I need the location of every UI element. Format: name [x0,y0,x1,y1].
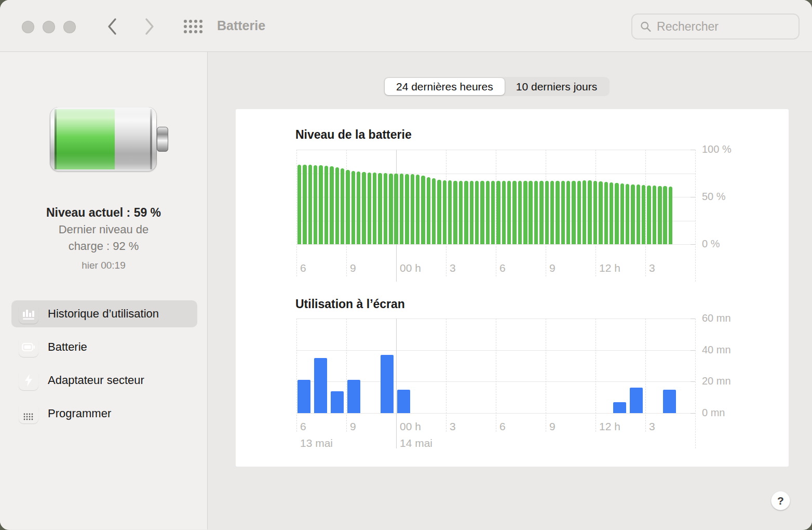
power-adapter-icon [19,370,38,390]
screen-usage-chart: 60 mn40 mn20 mn0 mn6900 h36912 h313 mai1… [296,319,695,413]
sidebar-item-label: Historique d’utilisation [48,307,159,321]
sidebar-item-label: Batterie [48,340,87,354]
x-axis-label: 6 [300,262,306,274]
app-grid-icon[interactable] [183,19,204,36]
battery-level-bar [437,180,441,244]
screen-usage-bar [663,390,676,414]
battery-level-bar [389,174,393,245]
help-button[interactable]: ? [771,491,790,510]
y-axis-label: 50 % [702,191,726,203]
x-gridline [645,319,646,432]
battery-level-bar [566,181,570,244]
screen-usage-bar [397,390,410,414]
forward-button[interactable] [140,17,159,36]
battery-level-bar [421,176,425,244]
y-axis-tick [691,197,695,197]
battery-level-bar [308,165,312,244]
screen-usage-bar [381,355,394,413]
screen-usage-bar [630,388,643,413]
sidebar-item-historique-d-utilisation[interactable]: Historique d’utilisation [11,300,197,327]
battery-level-bar [297,165,301,244]
battery-level-bar [394,174,398,244]
battery-level-bar [583,180,586,244]
battery-level-bar [539,181,543,244]
date-label: 14 mai [400,437,432,449]
battery-level-bar [411,174,414,244]
x-gridline [296,150,297,276]
y-axis-tick [691,244,695,245]
battery-level-bar [470,181,473,244]
chart-title-battery-level: Niveau de la batterie [295,128,412,142]
battery-level-chart: 100 %50 %0 %6900 h36912 h3 [296,150,695,244]
sidebar-item-batterie[interactable]: Batterie [11,334,197,361]
battery-level-bar [330,166,333,244]
battery-level-bar [351,171,355,244]
charts-card: Niveau de la batterie 100 %50 %0 %6900 h… [236,109,789,467]
battery-level-bar [593,181,597,244]
battery-level-bar [523,181,527,244]
battery-terminal [157,127,168,152]
battery-level-bar [550,181,554,244]
zoom-icon[interactable] [63,21,76,33]
battery-level-bar [491,181,495,244]
sidebar-item-programmer[interactable]: Programmer [11,400,197,427]
battery-level-bar [637,184,640,244]
battery-level-bar [534,181,538,244]
battery-level-bar [346,170,349,244]
search-field[interactable] [631,14,800,39]
x-axis-label: 9 [549,262,556,274]
tab-24-derni-res-heures[interactable]: 24 dernières heures [385,78,505,95]
close-icon[interactable] [22,21,34,33]
y-axis-label: 0 mn [702,407,725,419]
sidebar-item-adaptateur-secteur[interactable]: Adaptateur secteur [11,367,197,394]
x-gridline [546,319,546,432]
battery-level-bar [448,180,452,244]
tab-10-derniers-jours[interactable]: 10 derniers jours [505,78,608,95]
battery-status: Niveau actuel : 59 % Dernier niveau de c… [0,204,207,273]
screen-usage-bar [331,391,344,413]
battery-level-bar [384,173,387,244]
x-axis-label: 3 [649,420,655,433]
battery-level-bar [496,181,500,244]
time-range-segmented-control: 24 dernières heures10 derniers jours [384,77,610,96]
back-button[interactable] [103,17,121,36]
battery-level-bar [604,182,608,244]
search-input[interactable] [657,20,791,34]
battery-preferences-window: Batterie Niveau actuel : 59 % Dernier ni… [0,0,812,530]
y-axis-tick [691,150,695,150]
battery-level-bar [486,181,490,244]
x-axis-label: 00 h [400,262,421,274]
y-axis-tick [691,381,695,382]
battery-level-bar [405,174,409,244]
usage-history-icon [19,304,38,324]
minimize-icon[interactable] [43,21,55,33]
battery-level-bar [432,178,436,244]
x-gridline [695,319,696,448]
last-charge-label-line1: Dernier niveau de [0,221,207,238]
battery-level-bar [453,181,457,244]
battery-level-bar [556,181,559,244]
battery-level-bar [631,184,634,244]
battery-level-bar [464,181,468,244]
sidebar-item-label: Programmer [48,407,111,420]
battery-level-bar [518,181,522,244]
y-axis-label: 20 mn [702,375,731,387]
battery-level-bar [357,171,360,244]
battery-icon [19,337,38,357]
x-gridline [346,319,347,432]
battery-level-bar [653,186,656,244]
x-gridline [296,319,297,432]
battery-level-bar [626,184,629,244]
x-gridline [596,319,596,432]
x-axis-label: 00 h [400,420,421,433]
x-gridline [496,319,496,432]
battery-level-bar [480,181,484,244]
battery-level-bar [577,181,581,244]
battery-level-bar [400,174,403,244]
screen-usage-bar [314,358,327,413]
x-axis-label: 6 [499,262,506,274]
battery-level-bar [620,183,624,244]
battery-level-bar [669,187,672,244]
battery-level-bar [658,186,661,244]
midnight-gridline [396,319,397,448]
